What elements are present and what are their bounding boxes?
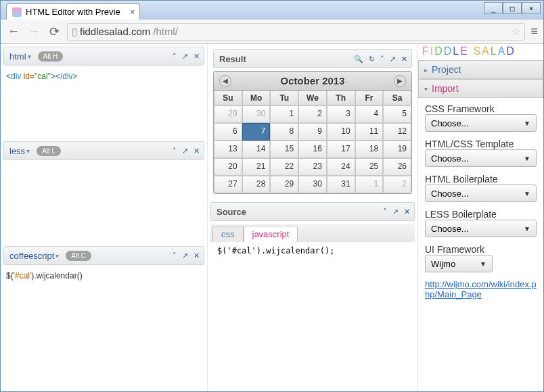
calendar-day[interactable]: 29	[214, 105, 242, 123]
search-icon[interactable]: 🔍	[354, 55, 363, 64]
select-value: Choose...	[431, 153, 469, 164]
refresh-icon[interactable]: ↻	[369, 55, 375, 64]
html-panel-header[interactable]: html ▾ Alt H ˄ ↗ ✕	[3, 47, 204, 66]
calendar-day[interactable]: 2	[298, 105, 327, 123]
popout-icon[interactable]: ↗	[182, 52, 188, 61]
calendar-day[interactable]: 23	[298, 158, 327, 176]
calendar-day[interactable]: 31	[327, 176, 355, 193]
calendar-day[interactable]: 18	[355, 141, 384, 158]
calendar-day[interactable]: 27	[214, 176, 242, 193]
collapse-icon[interactable]: ˄	[173, 251, 177, 260]
calendar-day[interactable]: 13	[214, 141, 242, 158]
back-button[interactable]: ←	[6, 24, 21, 39]
chevron-down-icon: ▼	[524, 155, 530, 162]
calendar-day[interactable]: 22	[270, 158, 298, 176]
popout-icon[interactable]: ↗	[390, 55, 396, 64]
select-value: Choose...	[431, 224, 469, 234]
calendar-day[interactable]: 10	[327, 123, 355, 141]
calendar-day[interactable]: 24	[327, 158, 355, 176]
close-panel-icon[interactable]: ✕	[194, 251, 200, 260]
calendar-day[interactable]: 9	[298, 123, 327, 141]
forward-button[interactable]: →	[26, 24, 41, 39]
menu-icon[interactable]: ≡	[530, 24, 538, 39]
close-panel-icon[interactable]: ✕	[401, 55, 407, 64]
collapse-icon[interactable]: ˄	[173, 147, 177, 155]
collapse-icon[interactable]: ˄	[380, 55, 384, 64]
calendar-day[interactable]: 1	[270, 105, 298, 123]
source-tabs: css javascript	[210, 224, 415, 242]
coffeescript-panel-header[interactable]: coffeescript ▾ Alt C ˄ ↗ ✕	[3, 246, 204, 265]
framework-link[interactable]: http://wijmo.com/wiki/index.php/Main_Pag…	[425, 279, 537, 299]
html-code-editor[interactable]: <div id="cal"></div>	[1, 68, 207, 85]
close-icon[interactable]: ×	[130, 7, 135, 17]
browser-tab[interactable]: HTML Editor with Previe ×	[6, 3, 140, 20]
calendar-day[interactable]: 25	[355, 158, 384, 176]
maximize-button[interactable]: □	[503, 2, 522, 14]
chevron-down-icon[interactable]: ▾	[55, 252, 59, 260]
calendar-day[interactable]: 12	[383, 123, 411, 141]
tab-css[interactable]: css	[212, 226, 244, 242]
calendar-day[interactable]: 26	[383, 158, 411, 176]
bookmark-icon[interactable]: ☆	[511, 25, 520, 38]
reload-button[interactable]: ⟳	[47, 24, 62, 39]
logo: FIDDLE SALAD	[418, 44, 543, 60]
calendar-dow: Th	[327, 91, 355, 105]
chevron-down-icon: ▼	[480, 260, 486, 268]
minimize-button[interactable]: _	[484, 2, 503, 14]
calendar-prev-button[interactable]: ◀	[219, 75, 231, 87]
close-window-button[interactable]: ×	[522, 2, 541, 14]
project-accordion-header[interactable]: ▸ Project	[418, 60, 543, 79]
calendar-day[interactable]: 16	[298, 141, 327, 158]
calendar-dow: Sa	[383, 91, 411, 105]
calendar-day[interactable]: 21	[242, 158, 271, 176]
calendar-day[interactable]: 5	[383, 105, 411, 123]
popout-icon[interactable]: ↗	[182, 147, 188, 155]
less-code-editor[interactable]	[1, 163, 207, 168]
calendar-dow: Fr	[355, 91, 384, 105]
import-body: CSS Framework Choose...▼ HTML/CSS Templa…	[418, 98, 543, 305]
import-accordion-header[interactable]: ▾ Import	[418, 79, 543, 98]
htmlcss-template-select[interactable]: Choose...▼	[425, 149, 537, 167]
css-framework-select[interactable]: Choose...▼	[425, 114, 537, 132]
calendar-day[interactable]: 20	[214, 158, 242, 176]
calendar-day[interactable]: 8	[270, 123, 298, 141]
html-boilerplate-select[interactable]: Choose...▼	[425, 185, 537, 202]
tab-javascript[interactable]: javascript	[244, 226, 298, 242]
calendar-day[interactable]: 19	[383, 141, 411, 158]
collapse-icon[interactable]: ˄	[383, 207, 387, 216]
collapse-icon[interactable]: ˄	[173, 52, 177, 61]
calendar-day[interactable]: 15	[270, 141, 298, 158]
url-path: /html/	[153, 26, 178, 37]
chevron-down-icon[interactable]: ▾	[28, 53, 31, 60]
calendar-day[interactable]: 11	[355, 123, 384, 141]
address-bar[interactable]: ▯ fiddlesalad.com/html/ ☆	[67, 23, 525, 41]
calendar-title[interactable]: October 2013	[280, 75, 344, 87]
popout-icon[interactable]: ↗	[392, 207, 399, 216]
close-panel-icon[interactable]: ✕	[194, 52, 200, 61]
calendar-day[interactable]: 3	[327, 105, 355, 123]
calendar-grid: SuMoTuWeThFrSa29301234567891011121314151…	[214, 91, 411, 193]
calendar-day[interactable]: 29	[270, 176, 298, 193]
calendar-day[interactable]: 7	[242, 123, 271, 141]
calendar-day[interactable]: 30	[242, 105, 271, 123]
select-value: Choose...	[431, 189, 469, 199]
less-boilerplate-select[interactable]: Choose...▼	[425, 220, 537, 237]
ui-framework-select[interactable]: Wijmo▼	[425, 255, 493, 272]
calendar-day[interactable]: 28	[242, 176, 271, 193]
coffee-code-editor[interactable]: $('#cal').wijcalendar()	[1, 268, 207, 285]
close-panel-icon[interactable]: ✕	[194, 147, 200, 155]
calendar-day[interactable]: 1	[355, 176, 384, 193]
less-shortcut-badge: Alt L	[37, 146, 61, 156]
calendar-day[interactable]: 4	[355, 105, 384, 123]
less-panel-header[interactable]: less ▾ Alt L ˄ ↗ ✕	[3, 141, 204, 160]
close-panel-icon[interactable]: ✕	[404, 207, 410, 216]
chevron-down-icon[interactable]: ▾	[26, 147, 30, 155]
coffee-shortcut-badge: Alt C	[66, 251, 91, 261]
calendar-day[interactable]: 14	[242, 141, 271, 158]
calendar-day[interactable]: 6	[214, 123, 242, 141]
calendar-day[interactable]: 17	[327, 141, 355, 158]
popout-icon[interactable]: ↗	[182, 251, 188, 260]
calendar-day[interactable]: 2	[383, 176, 411, 193]
calendar-next-button[interactable]: ▶	[394, 75, 406, 87]
calendar-day[interactable]: 30	[298, 176, 327, 193]
